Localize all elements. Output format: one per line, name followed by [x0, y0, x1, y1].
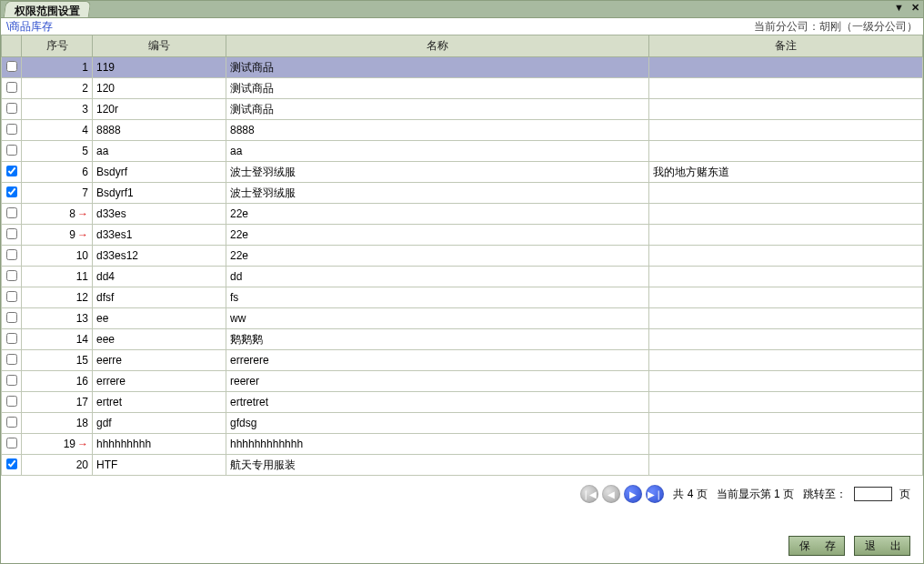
row-checkbox[interactable]	[6, 186, 17, 197]
save-button[interactable]: 保 存	[788, 536, 845, 556]
breadcrumb[interactable]: \商品库存	[6, 19, 53, 35]
row-checkbox[interactable]	[6, 291, 17, 302]
cell-name: 鹅鹅鹅	[226, 329, 649, 350]
col-checkbox	[2, 35, 22, 57]
cell-name: fs	[226, 287, 649, 308]
table-row[interactable]: 3120r测试商品	[2, 99, 923, 120]
exit-button[interactable]: 退 出	[854, 536, 910, 556]
table-row[interactable]: 19→hhhhhhhhhhhhhhhhhhhhh	[2, 434, 923, 455]
table-row[interactable]: 488888888	[2, 120, 923, 141]
cell-code: 8888	[93, 120, 226, 141]
row-checkbox[interactable]	[6, 312, 17, 323]
cell-remark	[649, 78, 923, 99]
table-row[interactable]: 6Bsdyrf波士登羽绒服我的地方赌东道	[2, 162, 923, 183]
table-row[interactable]: 20HTF航天专用服装	[2, 455, 923, 476]
cell-remark	[649, 267, 923, 287]
cell-code: d33es	[93, 204, 226, 225]
cell-name: 波士登羽绒服	[226, 183, 649, 204]
cell-remark	[649, 57, 923, 78]
cell-seq: 7	[22, 183, 93, 204]
cell-remark	[649, 392, 923, 413]
cell-seq: 2	[22, 78, 93, 99]
table-row[interactable]: 18gdfgfdsg	[2, 413, 923, 434]
table-row[interactable]: 12dfsffs	[2, 287, 923, 308]
row-checkbox[interactable]	[6, 228, 17, 239]
row-checkbox[interactable]	[6, 438, 17, 448]
cell-name: ertretret	[226, 392, 649, 413]
pager-last-icon[interactable]: ▶❘	[646, 485, 664, 503]
titlebar: 权限范围设置 ▼ ✕	[1, 1, 923, 17]
row-checkbox[interactable]	[6, 354, 17, 365]
cell-remark	[649, 455, 923, 476]
cell-code: gdf	[93, 413, 226, 434]
cell-seq: 18	[22, 413, 93, 434]
cell-code: eerre	[93, 350, 226, 371]
row-checkbox[interactable]	[6, 61, 17, 72]
row-checkbox[interactable]	[6, 166, 17, 176]
cell-code: eee	[93, 329, 226, 350]
cell-remark	[649, 246, 923, 267]
cell-seq: 11	[22, 267, 93, 287]
cell-code: ertret	[93, 392, 226, 413]
row-checkbox[interactable]	[6, 270, 17, 281]
pager-page-unit: 页	[899, 487, 910, 502]
table-row[interactable]: 17ertretertretret	[2, 392, 923, 413]
table-row[interactable]: 16errerereerer	[2, 371, 923, 392]
col-name[interactable]: 名称	[226, 35, 649, 57]
cell-name: aa	[226, 141, 649, 162]
cell-name: 测试商品	[226, 99, 649, 120]
row-checkbox[interactable]	[6, 417, 17, 428]
cell-remark	[649, 204, 923, 225]
row-checkbox[interactable]	[6, 103, 17, 114]
table-row[interactable]: 5aaaa	[2, 141, 923, 162]
pager-prev-icon[interactable]: ◀	[602, 485, 620, 503]
table-row[interactable]: 7Bsdyrf1波士登羽绒服	[2, 183, 923, 204]
cell-seq: 4	[22, 120, 93, 141]
row-checkbox[interactable]	[6, 124, 17, 135]
table-row[interactable]: 2120测试商品	[2, 78, 923, 99]
row-checkbox[interactable]	[6, 333, 17, 344]
cell-seq: 15	[22, 350, 93, 371]
row-checkbox[interactable]	[6, 249, 17, 260]
close-icon[interactable]: ✕	[911, 2, 919, 14]
cell-name: 测试商品	[226, 57, 649, 78]
pager-first-icon[interactable]: ❘◀	[580, 485, 598, 503]
cell-seq: 19→	[22, 434, 93, 455]
table-row[interactable]: 1119测试商品	[2, 57, 923, 78]
col-code[interactable]: 编号	[93, 35, 226, 57]
cell-code: ee	[93, 308, 226, 329]
row-checkbox[interactable]	[6, 458, 17, 469]
table-row[interactable]: 9→d33es122e	[2, 225, 923, 246]
table-row[interactable]: 8→d33es22e	[2, 204, 923, 225]
pager-jump-input[interactable]	[854, 487, 892, 501]
table-row[interactable]: 14eee鹅鹅鹅	[2, 329, 923, 350]
cell-seq: 9→	[22, 225, 93, 246]
cell-name: 波士登羽绒服	[226, 162, 649, 183]
cell-name: 航天专用服装	[226, 455, 649, 476]
table-row[interactable]: 11dd4dd	[2, 267, 923, 287]
table-row[interactable]: 13eeww	[2, 308, 923, 329]
cell-name: 8888	[226, 120, 649, 141]
table-row[interactable]: 15eerreerrerere	[2, 350, 923, 371]
cell-code: HTF	[93, 455, 226, 476]
row-checkbox[interactable]	[6, 82, 17, 93]
cell-code: d33es12	[93, 246, 226, 267]
minimize-icon[interactable]: ▼	[894, 2, 904, 14]
cell-seq: 1	[22, 57, 93, 78]
cell-seq: 10	[22, 246, 93, 267]
table-row[interactable]: 10d33es1222e	[2, 246, 923, 267]
cell-remark	[649, 329, 923, 350]
col-remark[interactable]: 备注	[649, 35, 923, 57]
cell-name: hhhhhhhhhhhh	[226, 434, 649, 455]
cell-seq: 20	[22, 455, 93, 476]
col-seq[interactable]: 序号	[22, 35, 93, 57]
pager-next-icon[interactable]: ▶	[624, 485, 642, 503]
row-checkbox[interactable]	[6, 145, 17, 156]
row-checkbox[interactable]	[6, 375, 17, 386]
row-checkbox[interactable]	[6, 207, 17, 218]
cell-remark: 我的地方赌东道	[649, 162, 923, 183]
cell-remark	[649, 225, 923, 246]
cell-remark	[649, 371, 923, 392]
cell-name: reerer	[226, 371, 649, 392]
row-checkbox[interactable]	[6, 396, 17, 407]
